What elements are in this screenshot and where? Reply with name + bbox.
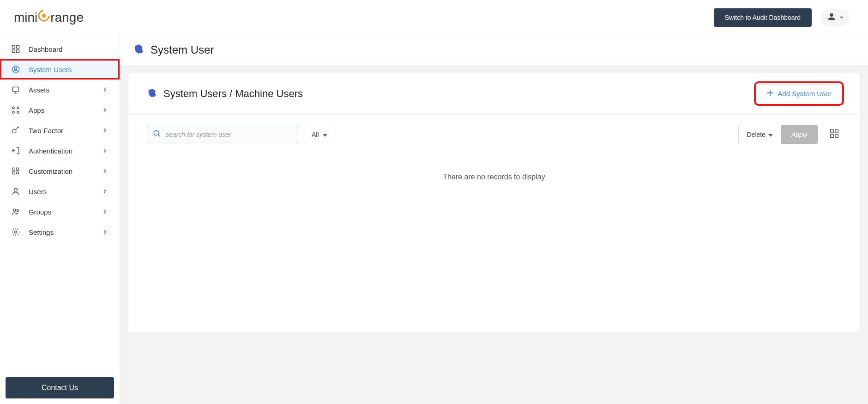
customization-icon — [11, 166, 20, 176]
filter-label: All — [312, 131, 319, 138]
sidebar-item-two-factor[interactable]: Two-Factor — [0, 120, 120, 141]
sidebar-item-customization[interactable]: Customization — [0, 161, 120, 181]
svg-point-1 — [42, 14, 46, 18]
search-input[interactable] — [161, 131, 293, 138]
plus-icon — [766, 89, 774, 98]
sidebar-item-label: Customization — [29, 167, 94, 175]
sidebar-item-users[interactable]: Users — [0, 181, 120, 202]
filter-dropdown[interactable]: All — [305, 125, 334, 144]
svg-rect-17 — [12, 168, 15, 170]
add-button-label: Add System User — [778, 90, 832, 98]
logo: minirange — [14, 9, 84, 25]
svg-point-13 — [17, 107, 19, 109]
card-icon — [147, 88, 157, 100]
app-header: minirange Switch to Audit Dashboard — [0, 0, 868, 35]
svg-point-25 — [139, 49, 143, 53]
svg-point-26 — [152, 93, 156, 96]
svg-point-29 — [154, 130, 159, 135]
groups-icon — [11, 207, 20, 216]
card-header-left: System Users / Machine Users — [147, 88, 303, 100]
svg-point-16 — [12, 129, 16, 133]
sidebar-item-system-users[interactable]: System Users — [0, 59, 120, 80]
sidebar-item-apps[interactable]: Apps — [0, 100, 120, 120]
svg-line-30 — [158, 135, 160, 136]
toolbar: All Delete Apply — [128, 115, 860, 154]
card-title: System Users / Machine Users — [163, 88, 303, 100]
svg-rect-6 — [17, 50, 19, 53]
sidebar-item-label: Two-Factor — [29, 127, 94, 135]
svg-rect-31 — [831, 130, 833, 133]
svg-rect-34 — [835, 135, 838, 137]
apps-icon — [11, 105, 20, 115]
sidebar-item-authentication[interactable]: Authentication — [0, 141, 120, 161]
add-system-user-button[interactable]: Add System User — [757, 84, 841, 103]
contact-us-button[interactable]: Contact Us — [6, 377, 114, 398]
page-header: System User — [120, 35, 868, 65]
card-header: System Users / Machine Users Add System … — [128, 73, 860, 115]
svg-point-14 — [12, 111, 14, 113]
search-wrapper — [147, 125, 299, 144]
svg-rect-5 — [12, 50, 15, 53]
bulk-action-dropdown[interactable]: Delete — [739, 125, 781, 144]
sidebar-item-assets[interactable]: Assets — [0, 80, 120, 100]
sidebar-item-settings[interactable]: Settings — [0, 222, 120, 242]
svg-point-2 — [830, 13, 833, 16]
logo-accent-icon — [37, 9, 50, 25]
chevron-down-icon — [839, 13, 844, 22]
user-menu-button[interactable] — [821, 9, 850, 26]
page-title: System User — [151, 43, 214, 56]
svg-point-23 — [17, 209, 18, 211]
sidebar-item-dashboard[interactable]: Dashboard — [0, 39, 120, 59]
sidebar-item-label: Assets — [29, 86, 94, 94]
logo-post: range — [50, 10, 84, 25]
sidebar-item-label: Authentication — [29, 147, 94, 155]
sidebar-item-label: Settings — [29, 228, 94, 236]
svg-point-15 — [17, 111, 19, 113]
svg-rect-19 — [12, 172, 15, 174]
system-users-icon — [11, 65, 20, 74]
delete-label: Delete — [747, 131, 766, 138]
svg-rect-9 — [12, 87, 18, 92]
chevron-right-icon — [102, 147, 108, 154]
search-icon — [153, 129, 161, 140]
authentication-icon — [11, 146, 20, 155]
svg-point-21 — [14, 188, 18, 191]
toolbar-right: Delete Apply — [738, 125, 842, 144]
chevron-right-icon — [102, 127, 108, 134]
svg-rect-33 — [831, 135, 833, 137]
sidebar-item-label: Users — [29, 188, 94, 196]
svg-point-12 — [12, 107, 14, 109]
toolbar-left: All — [147, 125, 334, 144]
caret-down-icon — [768, 131, 773, 138]
chevron-right-icon — [102, 107, 108, 113]
svg-point-24 — [15, 231, 17, 233]
dashboard-icon — [11, 44, 20, 54]
chevron-right-icon — [102, 86, 108, 93]
view-toggle-button[interactable] — [827, 127, 841, 142]
empty-state: There are no records to display — [128, 154, 860, 200]
nav: Dashboard System Users Assets Apps — [0, 35, 120, 372]
svg-point-8 — [15, 67, 17, 70]
caret-down-icon — [323, 131, 327, 138]
svg-rect-18 — [17, 168, 19, 170]
switch-dashboard-button[interactable]: Switch to Audit Dashboard — [714, 8, 812, 27]
sidebar-item-groups[interactable]: Groups — [0, 202, 120, 222]
apply-button[interactable]: Apply — [781, 125, 818, 144]
settings-icon — [11, 227, 20, 237]
sidebar: Dashboard System Users Assets Apps — [0, 35, 120, 404]
chevron-right-icon — [102, 208, 108, 215]
user-icon — [826, 12, 837, 24]
logo-pre: mini — [14, 10, 37, 25]
header-right: Switch to Audit Dashboard — [714, 8, 850, 27]
sidebar-item-label: Groups — [29, 208, 94, 216]
svg-rect-4 — [17, 46, 19, 49]
chevron-right-icon — [102, 168, 108, 174]
users-icon — [11, 187, 20, 196]
content-card: System Users / Machine Users Add System … — [128, 73, 860, 332]
two-factor-icon — [11, 126, 20, 135]
assets-icon — [11, 85, 20, 94]
system-user-page-icon — [133, 43, 144, 56]
sidebar-item-label: Dashboard — [29, 45, 108, 53]
sidebar-item-label: Apps — [29, 106, 94, 114]
main-content: System User System Users / Machine Users… — [120, 35, 868, 404]
